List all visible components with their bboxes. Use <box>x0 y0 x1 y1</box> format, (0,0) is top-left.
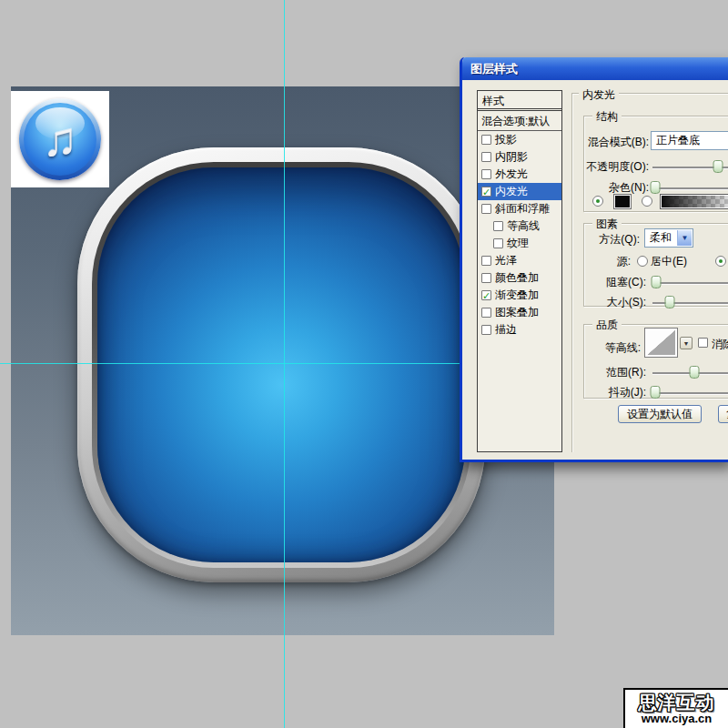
watermark: 思洋互动 www.ciya.cn <box>623 688 728 728</box>
chevron-down-icon[interactable]: ▼ <box>677 230 692 246</box>
color-radio[interactable] <box>592 196 603 207</box>
jitter-slider[interactable] <box>652 392 728 395</box>
checkbox-bevel-emboss[interactable] <box>481 204 491 214</box>
watermark-url: www.ciya.cn <box>642 713 713 725</box>
antialias-label: 消除锯齿(L) <box>712 337 728 352</box>
opacity-slider[interactable] <box>652 167 728 169</box>
jitter-slider-thumb[interactable] <box>650 386 660 399</box>
layer-style-dialog: 图层样式 样式 混合选项:默认 投影 内阴影 外发光 ✓ 内发光 斜面和浮雕 等… <box>460 57 728 462</box>
contour-picker[interactable] <box>644 328 678 358</box>
contour-dropdown-icon[interactable]: ▼ <box>680 337 693 349</box>
checkbox-satin[interactable] <box>481 256 491 266</box>
method-select[interactable]: 柔和 ▼ <box>644 228 693 248</box>
checkbox-contour[interactable] <box>493 221 503 231</box>
range-label: 范围(R): <box>528 365 646 380</box>
elements-legend: 图素 <box>592 217 622 232</box>
checkbox-drop-shadow[interactable] <box>481 135 491 145</box>
blend-mode-label: 混合模式(B): <box>531 135 649 150</box>
checkbox-pattern-overlay[interactable] <box>481 308 491 318</box>
source-label: 源: <box>512 254 631 269</box>
dialog-title: 图层样式 <box>462 61 518 77</box>
antialias-checkbox[interactable] <box>698 338 708 348</box>
range-slider-thumb[interactable] <box>690 366 700 379</box>
structure-legend: 结构 <box>592 109 622 125</box>
choke-label: 阻塞(C): <box>528 275 646 290</box>
inner-glow-group-label: 内发光 <box>579 87 619 103</box>
size-slider[interactable] <box>652 302 728 305</box>
jitter-label: 抖动(J): <box>528 385 646 400</box>
horizontal-guide <box>0 363 460 364</box>
method-label: 方法(Q): <box>521 232 640 248</box>
dialog-titlebar[interactable]: 图层样式 <box>462 57 728 80</box>
checkbox-stroke[interactable] <box>481 325 491 335</box>
opacity-label: 不透明度(O): <box>531 159 649 175</box>
checkbox-gradient-overlay[interactable]: ✓ <box>481 290 491 300</box>
glow-color-swatch[interactable] <box>613 194 632 209</box>
watermark-brand: 思洋互动 <box>639 693 715 713</box>
vertical-guide <box>284 0 285 728</box>
itunes-icon: ♫ <box>19 98 101 180</box>
reset-default-button[interactable]: 复位为默认值 <box>718 405 728 423</box>
checkbox-inner-shadow[interactable] <box>481 152 491 162</box>
glow-gradient-bar[interactable] <box>660 194 728 209</box>
gradient-radio[interactable] <box>642 196 652 207</box>
styles-header: 样式 <box>478 91 561 111</box>
noise-slider[interactable] <box>652 187 728 190</box>
source-center-label: 居中(E) <box>651 254 687 269</box>
gloss-highlight <box>35 107 85 139</box>
source-center-radio[interactable] <box>637 256 648 267</box>
quality-legend: 品质 <box>592 318 622 333</box>
set-default-button[interactable]: 设置为默认值 <box>618 405 702 423</box>
checkbox-texture[interactable] <box>493 238 503 248</box>
blue-button-face <box>97 167 465 562</box>
opacity-slider-thumb[interactable] <box>713 160 723 173</box>
source-edge-radio[interactable] <box>715 256 726 267</box>
checkbox-inner-glow[interactable]: ✓ <box>481 187 491 197</box>
range-slider[interactable] <box>652 372 728 375</box>
list-item-bevel-emboss[interactable]: 斜面和浮雕 <box>478 200 561 217</box>
checkbox-color-overlay[interactable] <box>481 273 491 283</box>
checkbox-outer-glow[interactable] <box>481 169 491 179</box>
size-slider-thumb[interactable] <box>665 296 675 308</box>
contour-label: 等高线: <box>522 340 641 356</box>
size-label: 大小(S): <box>528 295 646 310</box>
itunes-icon-tile: ♫ <box>11 91 109 187</box>
choke-slider-thumb[interactable] <box>651 276 661 288</box>
list-item-stroke[interactable]: 描边 <box>478 321 561 339</box>
blue-button-bezel-lip <box>92 162 470 568</box>
noise-slider-thumb[interactable] <box>650 181 660 194</box>
blue-button-artwork <box>77 147 485 582</box>
choke-slider[interactable] <box>652 282 728 285</box>
blend-mode-select[interactable]: 正片叠底 <box>651 131 728 150</box>
list-item-blend-options[interactable]: 混合选项:默认 <box>478 111 561 131</box>
